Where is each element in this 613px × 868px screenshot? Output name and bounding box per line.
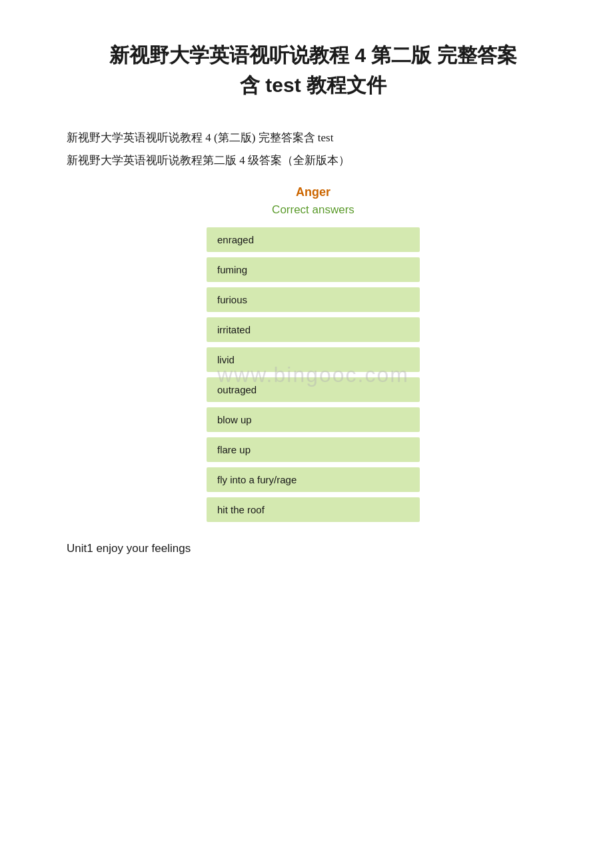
answer-item: outraged: [207, 377, 420, 402]
section-title: Anger: [296, 185, 330, 199]
answer-item: fuming: [207, 257, 420, 282]
page-title: 新视野大学英语视听说教程 4 第二版 完整答案 含 test 教程文件: [67, 40, 560, 100]
unit-text: Unit1 enjoy your feelings: [67, 542, 560, 555]
subtitle-line-1: 新视野大学英语视听说教程 4 (第二版) 完整答案含 test: [67, 127, 560, 149]
answer-item: furious: [207, 287, 420, 312]
answers-container: www.bingooc.com enragedfumingfuriousirri…: [207, 227, 420, 522]
subtitle-block: 新视野大学英语视听说教程 4 (第二版) 完整答案含 test 新视野大学英语视…: [67, 127, 560, 172]
answer-item: fly into a fury/rage: [207, 467, 420, 492]
answer-list: enragedfumingfuriousirritatedlividoutrag…: [207, 227, 420, 522]
answer-item: flare up: [207, 437, 420, 462]
content-center: Anger Correct answers www.bingooc.com en…: [67, 185, 560, 522]
correct-answers-label: Correct answers: [272, 203, 354, 217]
answer-item: enraged: [207, 227, 420, 252]
subtitle-line-2: 新视野大学英语视听说教程第二版 4 级答案（全新版本）: [67, 149, 560, 172]
bottom-spacer: [67, 555, 560, 689]
answer-item: livid: [207, 347, 420, 372]
answer-item: hit the roof: [207, 497, 420, 522]
answer-item: irritated: [207, 317, 420, 342]
answer-item: blow up: [207, 407, 420, 432]
